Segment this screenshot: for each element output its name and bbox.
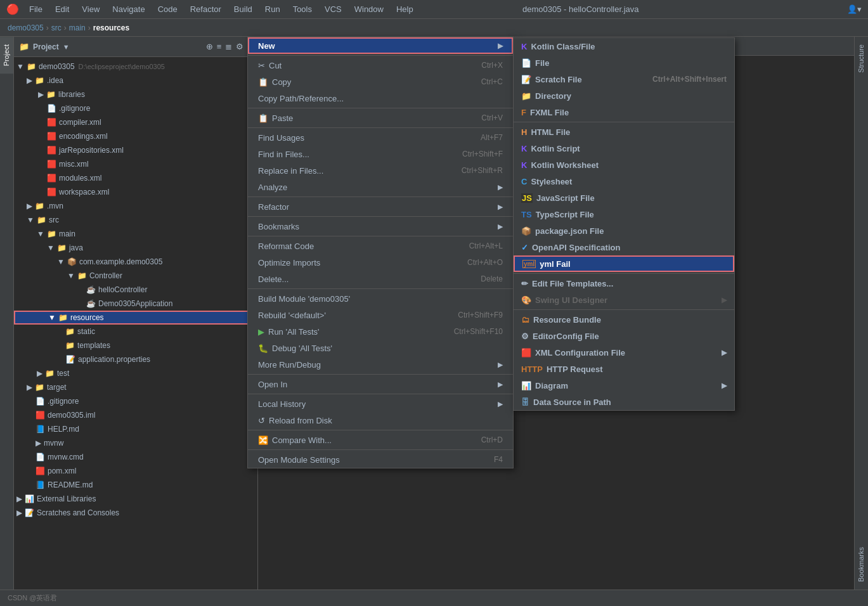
- context-menu-debug-tests[interactable]: 🐛 Debug 'All Tests': [248, 340, 513, 356]
- menu-code[interactable]: Code: [153, 3, 183, 15]
- submenu-xml-config[interactable]: 🟥 XML Configuration File ▶: [514, 344, 734, 361]
- tree-item-controller[interactable]: ▼ 📁 Controller: [14, 269, 257, 283]
- tree-item-gitignore-root[interactable]: 📄 .gitignore: [14, 394, 257, 408]
- submenu-resource-bundle[interactable]: 🗂 Resource Bundle: [514, 311, 734, 328]
- submenu-stylesheet[interactable]: C Stylesheet: [514, 173, 734, 190]
- menu-file[interactable]: File: [24, 3, 48, 15]
- menu-bar[interactable]: File Edit View Navigate Code Refactor Bu…: [24, 3, 418, 15]
- submenu-yml-fail[interactable]: yml yml Fail: [514, 255, 734, 272]
- tree-item-idea[interactable]: ▶ 📁 .idea: [14, 74, 257, 87]
- tree-item-iml[interactable]: 🟥 demo0305.iml: [14, 408, 257, 422]
- user-icon[interactable]: 👤▾: [847, 4, 862, 14]
- tree-item-target[interactable]: ▶ 📁 target: [14, 380, 257, 394]
- locate-file-icon[interactable]: ⊕: [206, 42, 213, 51]
- submenu-kotlin-class[interactable]: K Kotlin Class/File: [514, 38, 734, 55]
- context-menu-refactor[interactable]: Refactor ▶: [248, 198, 513, 215]
- context-menu-compare[interactable]: 🔀 Compare With... Ctrl+D: [248, 432, 513, 448]
- breadcrumb-src[interactable]: src: [51, 23, 62, 32]
- tree-item-modules[interactable]: 🟥 modules.xml: [14, 171, 257, 185]
- submenu-editorconfig[interactable]: ⚙ EditorConfig File: [514, 328, 734, 344]
- submenu-scratch-file[interactable]: 📝 Scratch File Ctrl+Alt+Shift+Insert: [514, 71, 734, 87]
- submenu-ts-file[interactable]: TS TypeScript File: [514, 206, 734, 222]
- settings-gear-icon[interactable]: ⚙: [236, 42, 243, 51]
- tree-item-misc[interactable]: 🟥 misc.xml: [14, 157, 257, 171]
- context-menu-rebuild[interactable]: Rebuild '<default>' Ctrl+Shift+F9: [248, 307, 513, 323]
- submenu-kotlin-script[interactable]: K Kotlin Script: [514, 140, 734, 157]
- project-dropdown-icon[interactable]: ▼: [63, 43, 70, 51]
- tree-item-static[interactable]: ▶ 📁 static: [14, 325, 257, 338]
- context-menu-run-tests[interactable]: ▶ Run 'All Tests' Ctrl+Shift+F10: [248, 323, 513, 340]
- context-menu-more-run[interactable]: More Run/Debug ▶: [248, 356, 513, 373]
- tree-item-appprops[interactable]: 📝 application.properties: [14, 352, 257, 366]
- breadcrumb-project[interactable]: demo0305: [8, 23, 44, 32]
- context-menu-cut[interactable]: ✂ Cut Ctrl+X: [248, 57, 513, 74]
- tree-item-templates[interactable]: ▶ 📁 templates: [14, 338, 257, 352]
- submenu-js-file[interactable]: JS JavaScript File: [514, 190, 734, 206]
- menu-vcs[interactable]: VCS: [320, 3, 347, 15]
- submenu-diagram[interactable]: 📊 Diagram ▶: [514, 377, 734, 394]
- breadcrumb-resources[interactable]: resources: [93, 23, 129, 32]
- menu-edit[interactable]: Edit: [50, 3, 74, 15]
- menu-help[interactable]: Help: [391, 3, 418, 15]
- context-menu-replace-files[interactable]: Replace in Files... Ctrl+Shift+R: [248, 162, 513, 179]
- tree-item-resources[interactable]: ▼ 📁 resources: [14, 311, 257, 325]
- submenu-package-json[interactable]: 📦 package.json File: [514, 222, 734, 239]
- context-menu-reload[interactable]: ↺ Reload from Disk: [248, 412, 513, 429]
- menu-tools[interactable]: Tools: [288, 3, 317, 15]
- tree-item-mvnw[interactable]: ▶ mvnw: [14, 436, 257, 450]
- tree-item-helpmd[interactable]: 📘 HELP.md: [14, 422, 257, 436]
- expand-all-icon[interactable]: ≡: [217, 42, 222, 51]
- sidebar-tab-project[interactable]: Project: [0, 37, 13, 74]
- submenu-openapi[interactable]: ✓ OpenAPI Specification: [514, 239, 734, 255]
- menu-build[interactable]: Build: [229, 3, 257, 15]
- tree-item-demo0305app[interactable]: ☕ Demo0305Application: [14, 297, 257, 311]
- tree-item-compiler[interactable]: 🟥 compiler.xml: [14, 115, 257, 129]
- tree-item-demo0305[interactable]: ▼ 📁 demo0305 D:\eclipseproject\demo0305: [14, 60, 257, 74]
- tree-item-mvn[interactable]: ▶ 📁 .mvn: [14, 199, 257, 213]
- submenu-html[interactable]: H HTML File: [514, 124, 734, 140]
- context-menu-paste[interactable]: 📋 Paste Ctrl+V: [248, 110, 513, 126]
- context-menu-bookmarks[interactable]: Bookmarks ▶: [248, 218, 513, 235]
- tree-item-src[interactable]: ▼ 📁 src: [14, 213, 257, 227]
- tree-item-hellocontroller[interactable]: ☕ helloController: [14, 283, 257, 297]
- context-menu-analyze[interactable]: Analyze ▶: [248, 179, 513, 195]
- submenu-directory[interactable]: 📁 Directory: [514, 87, 734, 104]
- submenu-http-request[interactable]: HTTP HTTP Request: [514, 361, 734, 377]
- context-menu-find-usages[interactable]: Find Usages Alt+F7: [248, 129, 513, 146]
- context-menu-open-in[interactable]: Open In ▶: [248, 376, 513, 392]
- context-menu-module-settings[interactable]: Open Module Settings F4: [248, 451, 513, 468]
- submenu-datasource-path[interactable]: 🗄 Data Source in Path: [514, 394, 734, 410]
- sidebar-tab-bookmarks[interactable]: Bookmarks: [855, 539, 868, 590]
- submenu-kotlin-worksheet[interactable]: K Kotlin Worksheet: [514, 157, 734, 173]
- tree-item-main[interactable]: ▼ 📁 main: [14, 227, 257, 241]
- collapse-all-icon[interactable]: ≣: [225, 42, 232, 51]
- tree-item-readme[interactable]: 📘 README.md: [14, 478, 257, 492]
- context-menu-copy-path[interactable]: Copy Path/Reference...: [248, 90, 513, 106]
- tree-item-gitignore-idea[interactable]: 📄 .gitignore: [14, 101, 257, 115]
- menu-view[interactable]: View: [77, 3, 105, 15]
- menu-run[interactable]: Run: [260, 3, 285, 15]
- tree-item-scratches[interactable]: ▶ 📝 Scratches and Consoles: [14, 506, 257, 520]
- context-menu-find-files[interactable]: Find in Files... Ctrl+Shift+F: [248, 146, 513, 162]
- tree-item-mvnwcmd[interactable]: 📄 mvnw.cmd: [14, 450, 257, 464]
- submenu-file[interactable]: 📄 File: [514, 55, 734, 71]
- menu-window[interactable]: Window: [349, 3, 389, 15]
- context-menu-reformat[interactable]: Reformat Code Ctrl+Alt+L: [248, 238, 513, 254]
- tree-item-pomxml[interactable]: 🟥 pom.xml: [14, 464, 257, 478]
- submenu-edit-templates[interactable]: ✏ Edit File Templates...: [514, 275, 734, 292]
- menu-refactor[interactable]: Refactor: [185, 3, 226, 15]
- context-menu-build-module[interactable]: Build Module 'demo0305': [248, 290, 513, 307]
- tree-item-encodings[interactable]: 🟥 encodings.xml: [14, 129, 257, 143]
- tree-item-workspace[interactable]: 🟥 workspace.xml: [14, 185, 257, 199]
- context-menu-delete[interactable]: Delete... Delete: [248, 271, 513, 287]
- submenu-fxml[interactable]: F FXML File: [514, 104, 734, 120]
- breadcrumb-main[interactable]: main: [69, 23, 86, 32]
- menu-navigate[interactable]: Navigate: [107, 3, 150, 15]
- tree-item-extlibs[interactable]: ▶ 📊 External Libraries: [14, 492, 257, 506]
- context-menu-copy[interactable]: 📋 Copy Ctrl+C: [248, 74, 513, 90]
- tree-item-test[interactable]: ▶ 📁 test: [14, 366, 257, 380]
- tree-item-libraries[interactable]: ▶ 📁 libraries: [14, 87, 257, 101]
- context-menu-local-history[interactable]: Local History ▶: [248, 396, 513, 412]
- context-menu-optimize-imports[interactable]: Optimize Imports Ctrl+Alt+O: [248, 254, 513, 271]
- tree-item-package[interactable]: ▼ 📦 com.example.demo0305: [14, 255, 257, 269]
